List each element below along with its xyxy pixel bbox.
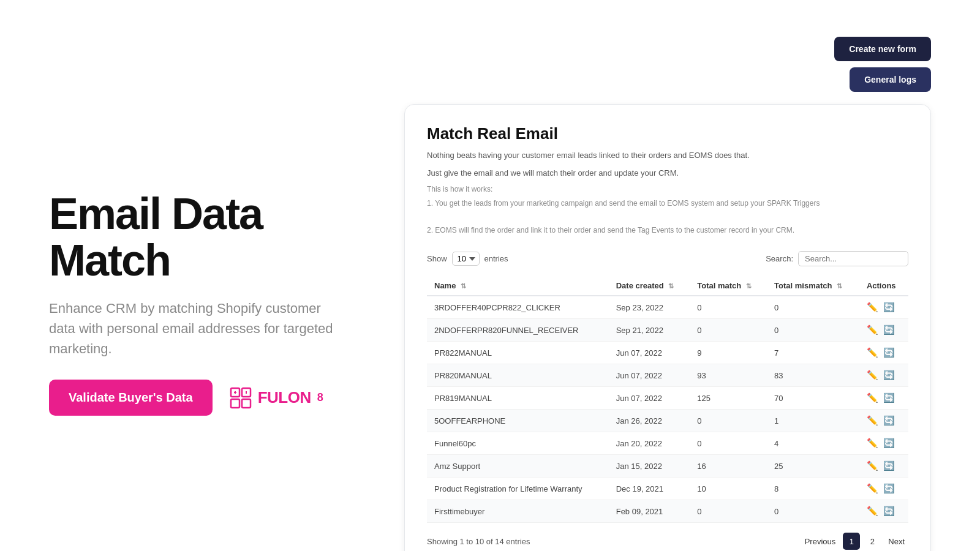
col-name: Name ⇅ bbox=[427, 276, 609, 296]
edit-icon[interactable]: ✏️ bbox=[867, 460, 878, 471]
cell-name: PR820MANUAL bbox=[427, 364, 609, 387]
general-logs-button[interactable]: General logs bbox=[850, 67, 931, 92]
cell-total-mismatch: 8 bbox=[767, 478, 859, 500]
table-controls: Show 10 25 50 entries Search: bbox=[427, 251, 908, 266]
validate-buyers-data-button[interactable]: Validate Buyer's Data bbox=[49, 380, 213, 416]
create-new-form-button[interactable]: Create new form bbox=[834, 37, 931, 61]
cell-actions: ✏️ 🔄 bbox=[859, 432, 908, 455]
cell-date: Jun 07, 2022 bbox=[609, 364, 690, 387]
cell-date: Feb 09, 2021 bbox=[609, 500, 690, 523]
action-cell: ✏️ 🔄 bbox=[867, 324, 901, 335]
page-2-button[interactable]: 2 bbox=[864, 533, 881, 550]
cell-total-mismatch: 4 bbox=[767, 432, 859, 455]
left-panel: Email Data Match Enhance CRM by matching… bbox=[49, 191, 368, 416]
cell-name: Amz Support bbox=[427, 455, 609, 478]
edit-icon[interactable]: ✏️ bbox=[867, 483, 878, 494]
cell-actions: ✏️ 🔄 bbox=[859, 296, 908, 319]
fulon-logo: FULON8 bbox=[230, 387, 323, 409]
fulon-text: FULON bbox=[258, 388, 311, 407]
cell-name: Firsttimebuyer bbox=[427, 500, 609, 523]
cell-actions: ✏️ 🔄 bbox=[859, 500, 908, 523]
hero-title: Email Data Match bbox=[49, 191, 368, 283]
sort-icon-mismatch: ⇅ bbox=[837, 282, 842, 290]
edit-icon[interactable]: ✏️ bbox=[867, 392, 878, 403]
cell-total-match: 0 bbox=[690, 296, 767, 319]
fulon-icon bbox=[230, 387, 252, 409]
col-total-mismatch: Total mismatch ⇅ bbox=[767, 276, 859, 296]
cell-name: Product Registration for Lifetime Warran… bbox=[427, 478, 609, 500]
pagination-prev[interactable]: Previous bbox=[801, 534, 840, 549]
entries-select[interactable]: 10 25 50 bbox=[452, 252, 480, 266]
cell-total-match: 0 bbox=[690, 500, 767, 523]
data-table: Name ⇅ Date created ⇅ Total match ⇅ Tota… bbox=[427, 276, 908, 523]
table-header-row: Name ⇅ Date created ⇅ Total match ⇅ Tota… bbox=[427, 276, 908, 296]
action-cell: ✏️ 🔄 bbox=[867, 483, 901, 494]
fulon-suffix: 8 bbox=[317, 391, 323, 404]
svg-rect-2 bbox=[231, 399, 239, 408]
cell-total-match: 93 bbox=[690, 364, 767, 387]
edit-icon[interactable]: ✏️ bbox=[867, 302, 878, 313]
refresh-icon[interactable]: 🔄 bbox=[883, 324, 895, 335]
refresh-icon[interactable]: 🔄 bbox=[883, 392, 895, 403]
col-date: Date created ⇅ bbox=[609, 276, 690, 296]
cell-total-mismatch: 0 bbox=[767, 500, 859, 523]
action-cell: ✏️ 🔄 bbox=[867, 392, 901, 403]
search-input[interactable] bbox=[798, 251, 908, 266]
cell-total-mismatch: 25 bbox=[767, 455, 859, 478]
entries-label: entries bbox=[484, 254, 508, 263]
table-row: 2NDOFFERPR820FUNNEL_RECEIVER Sep 21, 202… bbox=[427, 319, 908, 342]
refresh-icon[interactable]: 🔄 bbox=[883, 347, 895, 358]
table-row: 5OOFFEARPHONE Jan 26, 2022 0 1 ✏️ 🔄 bbox=[427, 410, 908, 432]
cell-name: 5OOFFEARPHONE bbox=[427, 410, 609, 432]
cell-total-match: 0 bbox=[690, 319, 767, 342]
cell-actions: ✏️ 🔄 bbox=[859, 478, 908, 500]
edit-icon[interactable]: ✏️ bbox=[867, 324, 878, 335]
cell-date: Jan 15, 2022 bbox=[609, 455, 690, 478]
cell-date: Sep 21, 2022 bbox=[609, 319, 690, 342]
edit-icon[interactable]: ✏️ bbox=[867, 347, 878, 358]
cell-actions: ✏️ 🔄 bbox=[859, 319, 908, 342]
action-cell: ✏️ 🔄 bbox=[867, 506, 901, 517]
table-row: PR819MANUAL Jun 07, 2022 125 70 ✏️ 🔄 bbox=[427, 387, 908, 410]
table-row: PR822MANUAL Jun 07, 2022 9 7 ✏️ 🔄 bbox=[427, 342, 908, 364]
show-entries: Show 10 25 50 entries bbox=[427, 252, 508, 266]
refresh-icon[interactable]: 🔄 bbox=[883, 415, 895, 426]
action-cell: ✏️ 🔄 bbox=[867, 460, 901, 471]
cell-date: Sep 23, 2022 bbox=[609, 296, 690, 319]
action-cell: ✏️ 🔄 bbox=[867, 415, 901, 426]
pagination-next[interactable]: Next bbox=[884, 534, 908, 549]
refresh-icon[interactable]: 🔄 bbox=[883, 302, 895, 313]
pagination: Previous 1 2 Next bbox=[801, 533, 908, 550]
page-1-button[interactable]: 1 bbox=[843, 533, 860, 550]
cell-date: Jan 26, 2022 bbox=[609, 410, 690, 432]
cell-name: 3RDOFFER40PCPR822_CLICKER bbox=[427, 296, 609, 319]
edit-icon[interactable]: ✏️ bbox=[867, 415, 878, 426]
table-row: Firsttimebuyer Feb 09, 2021 0 0 ✏️ 🔄 bbox=[427, 500, 908, 523]
card-step2: 2. EOMS will find the order and link it … bbox=[427, 224, 908, 236]
edit-icon[interactable]: ✏️ bbox=[867, 438, 878, 449]
refresh-icon[interactable]: 🔄 bbox=[883, 438, 895, 449]
cell-actions: ✏️ 🔄 bbox=[859, 364, 908, 387]
cell-total-mismatch: 0 bbox=[767, 296, 859, 319]
cell-date: Dec 19, 2021 bbox=[609, 478, 690, 500]
top-buttons: Create new form General logs bbox=[834, 37, 931, 92]
edit-icon[interactable]: ✏️ bbox=[867, 506, 878, 517]
refresh-icon[interactable]: 🔄 bbox=[883, 370, 895, 381]
table-row: 3RDOFFER40PCPR822_CLICKER Sep 23, 2022 0… bbox=[427, 296, 908, 319]
refresh-icon[interactable]: 🔄 bbox=[883, 483, 895, 494]
search-label: Search: bbox=[766, 254, 793, 263]
card-desc-line2: Just give the email and we will match th… bbox=[427, 167, 908, 180]
refresh-icon[interactable]: 🔄 bbox=[883, 460, 895, 471]
edit-icon[interactable]: ✏️ bbox=[867, 370, 878, 381]
refresh-icon[interactable]: 🔄 bbox=[883, 506, 895, 517]
table-body: 3RDOFFER40PCPR822_CLICKER Sep 23, 2022 0… bbox=[427, 296, 908, 523]
cell-total-mismatch: 1 bbox=[767, 410, 859, 432]
hero-subtitle: Enhance CRM by matching Shopify customer… bbox=[49, 298, 343, 359]
cell-actions: ✏️ 🔄 bbox=[859, 455, 908, 478]
cell-name: PR819MANUAL bbox=[427, 387, 609, 410]
table-row: Funnel60pc Jan 20, 2022 0 4 ✏️ 🔄 bbox=[427, 432, 908, 455]
card-how-it-works: This is how it works: bbox=[427, 185, 908, 193]
action-cell: ✏️ 🔄 bbox=[867, 347, 901, 358]
action-cell: ✏️ 🔄 bbox=[867, 302, 901, 313]
sort-icon-match: ⇅ bbox=[746, 282, 752, 290]
